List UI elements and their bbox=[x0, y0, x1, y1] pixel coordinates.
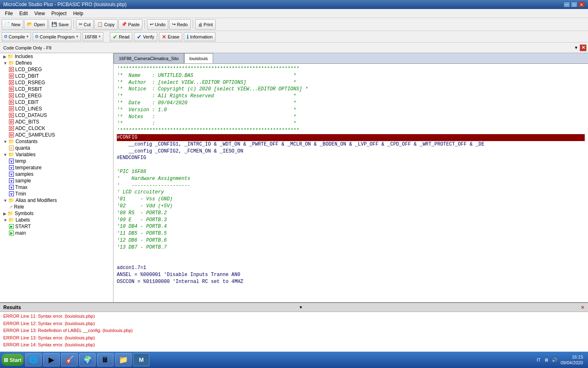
information-icon: ℹ bbox=[187, 34, 189, 40]
tree-lcd-ebit[interactable]: D LCD_EBIT bbox=[0, 99, 113, 105]
tree-tmax[interactable]: v Tmax bbox=[0, 184, 113, 191]
tree-lcd-ereg[interactable]: D LCD_EREG bbox=[0, 92, 113, 99]
taskbar-icon-browser[interactable]: 🌍 bbox=[79, 353, 96, 366]
minimize-button[interactable]: ─ bbox=[564, 2, 570, 7]
constants-folder-icon: 📁 bbox=[8, 139, 14, 144]
tree-start[interactable]: ▶ START bbox=[0, 223, 113, 230]
tab-louislouis[interactable]: louislouis bbox=[184, 53, 213, 63]
taskbar-icon-music[interactable]: 🎸 bbox=[61, 353, 78, 366]
titlebar-controls: ─ □ ✕ bbox=[564, 2, 585, 7]
cut-button[interactable]: ✂ Cut bbox=[76, 19, 94, 30]
tree-lcd-dataus[interactable]: D LCD_DATAUS bbox=[0, 112, 113, 119]
symbols-folder-icon: 📁 bbox=[7, 211, 13, 216]
taskbar-icon-ie[interactable]: 🌐 bbox=[25, 353, 42, 366]
code-editor[interactable]: '***************************************… bbox=[114, 64, 588, 302]
tree-labels[interactable]: ▼ 📁 Labels bbox=[0, 217, 113, 223]
compileonlybar-close-button[interactable]: ✕ bbox=[580, 45, 586, 51]
results-dropdown-icon[interactable]: ▼ bbox=[299, 305, 303, 310]
start-button[interactable]: ⊞ Start bbox=[2, 354, 24, 366]
compile-dropdown[interactable]: ⚙ Compile ▼ bbox=[2, 32, 31, 41]
erase-icon: ✕ bbox=[162, 34, 167, 40]
results-panel: Results ▼ ✕ ERROR Line 11: Syntax error.… bbox=[0, 302, 588, 357]
tree-lcd-dreg[interactable]: D LCD_DREG bbox=[0, 66, 113, 73]
tabs-bar: 16F88_CameraClimatica_Sito louislouis bbox=[114, 53, 588, 64]
tree-temp[interactable]: v temp bbox=[0, 158, 113, 164]
start-label: Start bbox=[9, 357, 22, 363]
samples-label: samples bbox=[15, 171, 33, 177]
open-button[interactable]: 📂 Open bbox=[24, 19, 48, 30]
tree-constants[interactable]: ▼ 📁 Constants bbox=[0, 138, 113, 145]
menu-help[interactable]: Help bbox=[70, 10, 87, 17]
compilebar: ⚙ Compile ▼ ⚙ Compile Program ▼ 16F88 ▼ … bbox=[0, 31, 588, 43]
tree-adc-sampleus[interactable]: D ADC_SAMPLEUS bbox=[0, 132, 113, 138]
tree-variables[interactable]: ▼ 📁 Variables bbox=[0, 151, 113, 158]
tree-quanta[interactable]: c quanta bbox=[0, 145, 113, 151]
tree-tmin[interactable]: v Tmin bbox=[0, 191, 113, 197]
toolbar-sep-2 bbox=[145, 20, 145, 29]
paste-button[interactable]: 📌 Paste bbox=[118, 19, 143, 30]
defines-arrow-icon: ▼ bbox=[3, 61, 7, 65]
taskbar: ⊞ Start 🌐 ▶ 🎸 🌍 🖩 📁 M IT 🖥 🔊 16:15 09/04… bbox=[0, 352, 588, 368]
tree-lcd-lines[interactable]: D LCD_LINES bbox=[0, 105, 113, 112]
tree-temperature[interactable]: v temperature bbox=[0, 164, 113, 171]
maximize-button[interactable]: □ bbox=[571, 2, 577, 7]
results-header: Results ▼ ✕ bbox=[0, 303, 588, 312]
undo-button[interactable]: ↩ Undo bbox=[147, 19, 168, 30]
compileonlybar-dropdown-arrow[interactable]: ▼ bbox=[574, 45, 578, 50]
tree-rele[interactable]: ↗ Rele bbox=[0, 204, 113, 210]
menubar: File Edit View Project Help bbox=[0, 9, 588, 18]
tree-adc-bits[interactable]: D ADC_BITS bbox=[0, 119, 113, 125]
tree-samples[interactable]: v samples bbox=[0, 171, 113, 177]
menu-view[interactable]: View bbox=[31, 10, 48, 17]
lcd-rsreg-label: LCD_RSREG bbox=[15, 80, 45, 85]
tab-camera-climatica[interactable]: 16F88_CameraClimatica_Sito bbox=[114, 53, 184, 63]
tree-main[interactable]: ▶ main bbox=[0, 230, 113, 236]
verify-icon: ✔ bbox=[137, 34, 142, 40]
tree-lcd-rsreg[interactable]: D LCD_RSREG bbox=[0, 79, 113, 86]
verify-button[interactable]: ✔ Verify bbox=[134, 32, 157, 41]
lcd-dreg-label: LCD_DREG bbox=[15, 67, 42, 72]
results-close-icon[interactable]: ✕ bbox=[581, 305, 585, 310]
information-button[interactable]: ℹ Information bbox=[184, 32, 215, 41]
save-button[interactable]: 💾 Save bbox=[49, 19, 71, 30]
c-icon: c bbox=[9, 146, 14, 150]
tree-adc-clock[interactable]: D ADC_CLOCK bbox=[0, 125, 113, 132]
print-button[interactable]: 🖨 Print bbox=[195, 19, 216, 30]
menu-project[interactable]: Project bbox=[48, 10, 70, 17]
copy-button[interactable]: 📋 Copy bbox=[94, 19, 118, 30]
close-button[interactable]: ✕ bbox=[578, 2, 585, 7]
new-button[interactable]: 📄 New bbox=[2, 19, 23, 30]
constants-label: Constants bbox=[16, 139, 38, 144]
tree-defines[interactable]: ▼ 📁 Defines bbox=[0, 60, 113, 66]
tree-lcd-rsbit[interactable]: D LCD_RSBIT bbox=[0, 86, 113, 92]
chip-dropdown[interactable]: 16F88 ▼ bbox=[82, 32, 103, 41]
taskbar-icon-calc[interactable]: 🖩 bbox=[97, 353, 114, 366]
taskbar-icon-explorer[interactable]: 📁 bbox=[115, 353, 131, 366]
symbols-arrow-icon: ▶ bbox=[3, 211, 7, 216]
tree-alias[interactable]: ▼ 📁 Alias and Modifiers bbox=[0, 197, 113, 204]
read-button[interactable]: ✔ Read bbox=[110, 32, 132, 41]
erase-button[interactable]: ✕ Erase bbox=[159, 32, 183, 41]
error-line: ERROR Line 13: Syntax error. (louislouis… bbox=[3, 334, 585, 342]
taskbar-icon-microcode[interactable]: M bbox=[133, 353, 149, 366]
compile-arrow-icon: ▼ bbox=[26, 35, 29, 38]
chip-arrow-icon: ▼ bbox=[98, 35, 101, 38]
d-icon: D bbox=[9, 126, 14, 131]
save-icon: 💾 bbox=[51, 22, 57, 27]
tree-includes[interactable]: ▶ 📁 Includes bbox=[0, 53, 113, 60]
tree-lcd-dbit[interactable]: D LCD_DBIT bbox=[0, 73, 113, 79]
tree-sample[interactable]: v sample bbox=[0, 177, 113, 184]
compile-program-dropdown[interactable]: ⚙ Compile Program ▼ bbox=[33, 32, 81, 41]
d-icon: D bbox=[9, 67, 14, 72]
tmin-label: Tmin bbox=[15, 191, 26, 197]
v-icon: v bbox=[9, 185, 14, 190]
tree-symbols[interactable]: ▶ 📁 Symbols bbox=[0, 210, 113, 217]
taskbar-icon-media[interactable]: ▶ bbox=[43, 353, 60, 366]
adc-sampleus-label: ADC_SAMPLEUS bbox=[15, 132, 55, 138]
lcd-dbit-label: LCD_DBIT bbox=[15, 73, 39, 79]
results-title: Results bbox=[3, 305, 21, 310]
menu-file[interactable]: File bbox=[2, 10, 16, 17]
main-label: main bbox=[15, 230, 26, 236]
menu-edit[interactable]: Edit bbox=[16, 10, 31, 17]
redo-button[interactable]: ↪ Redo bbox=[169, 19, 190, 30]
